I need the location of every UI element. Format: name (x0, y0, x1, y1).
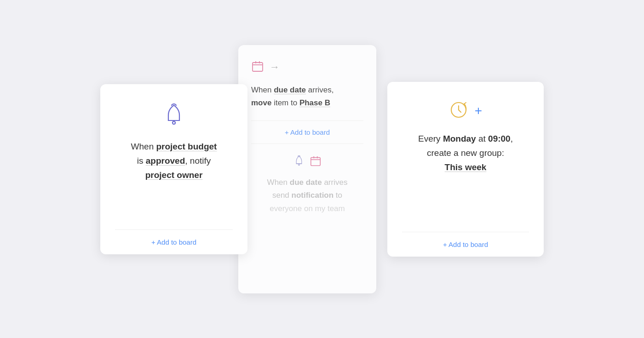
cards-container: When project budget is approved, notify … (69, 45, 575, 293)
card2-bottom-section: When due date arrives send notification … (251, 144, 363, 231)
card2-add-button[interactable]: + Add to board (285, 128, 330, 136)
card3-add-button[interactable]: + Add to board (443, 241, 488, 248)
card1-body: When project budget is approved, notify … (115, 103, 233, 229)
card2-add-section: + Add to board (251, 121, 363, 144)
plus-icon: + (475, 104, 482, 117)
svg-rect-3 (259, 61, 260, 63)
svg-rect-2 (255, 61, 256, 63)
card-due-date-move: → When due date arrives, move item to Ph… (238, 45, 376, 293)
svg-rect-7 (317, 156, 318, 158)
card1-add-button[interactable]: + Add to board (151, 238, 196, 246)
card2-bottom-text: When due date arrives send notification … (267, 176, 348, 216)
card2-top-section: → When due date arrives, move item to Ph… (251, 56, 363, 121)
card1-bold-owner: project owner (145, 170, 203, 180)
card2-bottom-icons (293, 155, 322, 169)
card1-bold-approved: approved (146, 156, 185, 166)
card3-body: + Every Monday at 09:00, create a new gr… (402, 100, 529, 232)
card3-bold-monday: Monday (443, 134, 476, 143)
bell-icon-bottom (293, 155, 305, 169)
card3-icons: + (449, 100, 482, 121)
card2-top-text: When due date arrives, move item to Phas… (251, 84, 363, 109)
card1-footer: + Add to board (115, 229, 233, 254)
card-budget-notify: When project budget is approved, notify … (100, 84, 247, 254)
calendar-icon-bottom (310, 155, 322, 169)
card3-bold-time: 09:00 (488, 134, 511, 143)
bell-icon (161, 103, 186, 129)
svg-point-4 (299, 164, 300, 165)
card2-top-icons: → (251, 60, 363, 74)
card-monday-group: + Every Monday at 09:00, create a new gr… (387, 82, 544, 257)
calendar-icon (251, 60, 264, 74)
card1-bold-budget: project budget (156, 142, 217, 151)
svg-rect-1 (253, 63, 263, 71)
card3-footer: + Add to board (402, 232, 529, 257)
card1-text: When project budget is approved, notify … (131, 139, 217, 183)
svg-rect-5 (311, 157, 320, 166)
clock-refresh-icon (449, 100, 468, 121)
card3-text: Every Monday at 09:00, create a new grou… (418, 132, 513, 175)
card3-bold-thisweek: This week (445, 162, 487, 172)
svg-rect-6 (313, 156, 314, 158)
arrow-right-icon: → (270, 61, 280, 73)
svg-point-0 (172, 121, 175, 124)
